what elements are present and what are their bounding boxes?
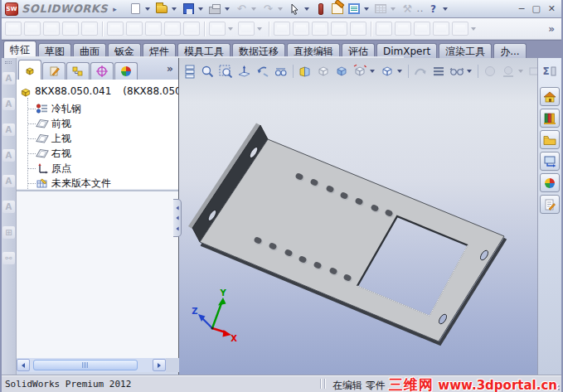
note-tool-icon[interactable] bbox=[331, 2, 345, 16]
propertymanager-tab[interactable] bbox=[42, 62, 66, 80]
more-tools-label[interactable]: .. bbox=[417, 4, 424, 13]
scroll-thumb[interactable] bbox=[33, 360, 138, 370]
menu-flyout-arrow-icon[interactable]: ▸ bbox=[113, 5, 117, 13]
annotation-tool-icon[interactable]: A bbox=[2, 98, 15, 110]
feature-tool-icon[interactable] bbox=[414, 22, 430, 36]
displaymanager-tab[interactable] bbox=[114, 62, 138, 80]
part-3d-view[interactable]: Y X Z bbox=[179, 58, 537, 375]
panel-horizontal-scrollbar[interactable] bbox=[17, 358, 166, 372]
design-library-icon[interactable] bbox=[540, 109, 560, 128]
zoom-to-area-icon[interactable] bbox=[218, 63, 235, 80]
select-icon[interactable] bbox=[288, 2, 302, 16]
close-button[interactable]: ✕ bbox=[548, 4, 556, 13]
hide-show-items-icon[interactable] bbox=[449, 63, 465, 80]
annotation-tool-icon[interactable]: A bbox=[2, 149, 15, 162]
view-orientation-icon[interactable] bbox=[315, 63, 332, 80]
dimxpertmanager-tab[interactable] bbox=[90, 62, 114, 80]
appearances-icon[interactable] bbox=[482, 63, 498, 80]
scenes-icon[interactable] bbox=[500, 63, 517, 80]
feature-tool-icon[interactable] bbox=[293, 22, 309, 36]
tree-item-right-plane[interactable]: 右视 bbox=[17, 146, 178, 161]
annotation-tool-icon[interactable]: ⊞ bbox=[2, 226, 15, 239]
feature-tool-icon[interactable] bbox=[164, 22, 181, 36]
section-normal-icon[interactable] bbox=[236, 63, 253, 80]
print-icon[interactable] bbox=[208, 2, 222, 16]
view-cube-icon[interactable] bbox=[352, 63, 368, 80]
camera-icon[interactable] bbox=[527, 63, 537, 80]
file-explorer-icon[interactable] bbox=[540, 130, 560, 149]
design-table-icon[interactable] bbox=[374, 2, 388, 16]
options-icon[interactable] bbox=[347, 2, 362, 16]
feature-tool-icon[interactable] bbox=[126, 22, 143, 36]
annotation-tool-icon[interactable]: A bbox=[2, 72, 15, 85]
edit-appearance-icon[interactable] bbox=[430, 63, 447, 80]
manager-tabs-overflow[interactable]: » bbox=[167, 63, 173, 75]
feature-tool-icon[interactable] bbox=[350, 22, 366, 36]
maximize-button[interactable]: ▢ bbox=[531, 4, 540, 13]
feature-tool-icon[interactable] bbox=[433, 22, 449, 36]
xpress-products-icon[interactable] bbox=[314, 2, 328, 16]
solidworks-resources-icon[interactable] bbox=[540, 87, 560, 106]
configurationmanager-tab[interactable] bbox=[66, 62, 90, 80]
tab-features[interactable]: 特征 bbox=[3, 41, 36, 58]
toolbar-overflow-button[interactable]: » bbox=[548, 23, 558, 35]
redo-icon[interactable]: ↷ bbox=[261, 2, 275, 16]
heads-up-view-toolbar bbox=[182, 63, 537, 80]
feature-tool-icon[interactable] bbox=[274, 22, 290, 36]
plane-icon bbox=[36, 118, 49, 129]
minimize-button[interactable]: ─ bbox=[519, 4, 525, 13]
new-document-icon[interactable] bbox=[129, 2, 143, 16]
appearances-scenes-icon[interactable] bbox=[540, 173, 560, 192]
help-icon[interactable]: ? bbox=[426, 2, 440, 16]
feature-tool-icon[interactable] bbox=[43, 22, 60, 36]
feature-tool-icon[interactable] bbox=[145, 22, 162, 36]
undo-icon[interactable]: ↶ bbox=[235, 2, 249, 16]
equations-icon[interactable]: Σ bbox=[541, 63, 559, 80]
annotation-tool-icon[interactable]: A bbox=[2, 175, 15, 187]
rotate-view-icon[interactable] bbox=[412, 63, 429, 80]
feature-tool-icon[interactable] bbox=[376, 22, 392, 36]
tab-render-tools[interactable]: 渲染工具 bbox=[439, 43, 492, 58]
feature-tool-icon[interactable] bbox=[238, 22, 255, 36]
featuremanager-panel: » 8KX88.050.041 (8KX88.050.0 bbox=[17, 58, 179, 375]
toolbar-drag-handle[interactable] bbox=[5, 61, 12, 64]
feature-tool-icon[interactable] bbox=[331, 22, 347, 36]
open-icon[interactable] bbox=[155, 2, 169, 16]
scroll-right-button[interactable] bbox=[153, 359, 166, 371]
annotation-tool-icon[interactable]: A bbox=[2, 201, 15, 213]
shaded-cube-icon[interactable] bbox=[333, 63, 350, 80]
tree-item-origin[interactable]: 原点 bbox=[17, 161, 178, 176]
zoom-to-fit-icon[interactable] bbox=[200, 63, 216, 80]
tree-item-front-plane[interactable]: 前视 bbox=[17, 116, 178, 131]
view-palette-icon[interactable] bbox=[540, 152, 560, 171]
featuremanager-tab[interactable] bbox=[18, 60, 41, 80]
section-view-icon[interactable] bbox=[297, 63, 313, 80]
feature-tool-icon[interactable] bbox=[183, 22, 200, 36]
scroll-left-button[interactable] bbox=[17, 359, 30, 371]
display-style-icon[interactable] bbox=[379, 63, 396, 80]
annotation-tool-icon[interactable]: ⚯ bbox=[2, 252, 15, 264]
custom-properties-icon[interactable] bbox=[540, 195, 560, 214]
feature-tool-icon[interactable] bbox=[395, 22, 411, 36]
tree-item-top-plane[interactable]: 上视 bbox=[17, 131, 178, 146]
tree-root-item[interactable]: 8KX88.050.041 (8KX88.050.0 bbox=[17, 84, 178, 99]
previous-view-icon[interactable] bbox=[255, 63, 271, 80]
feature-tool-icon[interactable] bbox=[107, 22, 124, 36]
panel-collapse-handle[interactable] bbox=[173, 199, 182, 237]
tab-office-products[interactable]: 办... bbox=[493, 43, 526, 58]
named-view-icon[interactable] bbox=[273, 63, 289, 80]
feature-tool-icon[interactable] bbox=[209, 22, 226, 36]
feature-tool-icon[interactable] bbox=[5, 22, 22, 36]
tree-item-material[interactable]: 冷轧钢 bbox=[17, 101, 178, 116]
feature-tool-icon[interactable] bbox=[62, 22, 79, 36]
save-icon[interactable] bbox=[182, 2, 196, 16]
toolbox-icon[interactable]: ⚒ bbox=[400, 2, 415, 16]
feature-tool-icon[interactable] bbox=[452, 22, 468, 36]
feature-tool-icon[interactable] bbox=[81, 22, 98, 36]
zoom-bar-icon[interactable] bbox=[182, 63, 198, 80]
tree-item-future-version[interactable]: 未来版本文件 bbox=[17, 176, 178, 189]
graphics-area[interactable]: Y X Z bbox=[179, 58, 537, 375]
annotation-tool-icon[interactable]: A bbox=[2, 123, 15, 136]
feature-tool-icon[interactable] bbox=[24, 22, 41, 36]
feature-tool-icon[interactable] bbox=[312, 22, 328, 36]
